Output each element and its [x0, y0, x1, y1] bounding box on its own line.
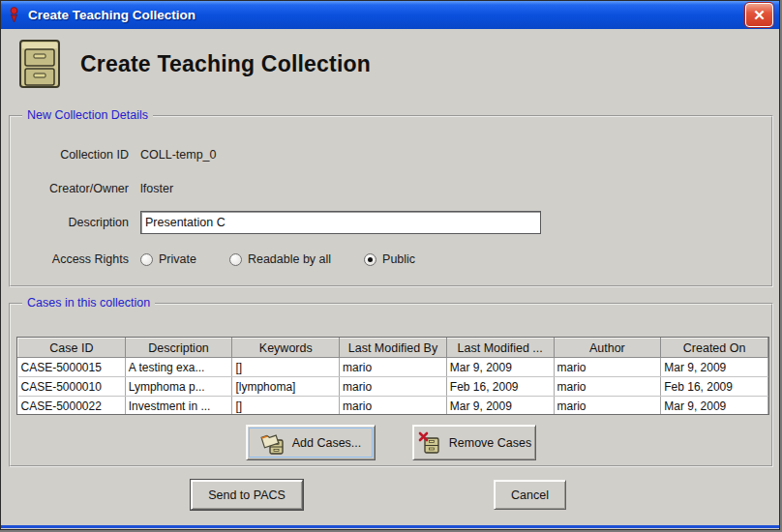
close-icon: ✕	[753, 7, 766, 24]
access-rights-label: Access Rights	[20, 252, 129, 266]
table-cell: Feb 16, 2009	[661, 377, 768, 397]
table-cell: Mar 9, 2009	[661, 397, 768, 416]
radio-circle-icon	[229, 253, 242, 266]
table-row[interactable]: CASE-5000022Investment in ...[]marioMar …	[18, 397, 768, 416]
file-cabinet-icon	[16, 37, 63, 91]
table-cell: []	[232, 397, 340, 416]
cases-table-head-row: Case IDDescriptionKeywordsLast Modified …	[18, 339, 768, 358]
radio-circle-icon	[140, 253, 153, 266]
group-title-details: New Collection Details	[22, 108, 153, 122]
send-to-pacs-button[interactable]: Send to PACS	[191, 480, 303, 510]
cancel-label: Cancel	[511, 488, 549, 502]
window-bottom-border	[1, 525, 779, 528]
table-cell: [lymphoma]	[232, 377, 340, 397]
add-cases-label: Add Cases...	[292, 436, 362, 450]
close-button[interactable]: ✕	[745, 3, 773, 27]
title-bar[interactable]: Create Teaching Collection ✕	[1, 1, 779, 29]
collection-id-value: COLL-temp_0	[140, 148, 217, 162]
access-rights-radios: Private Readable by all Public	[140, 252, 448, 266]
creator-owner-value: lfoster	[140, 182, 173, 195]
window-title: Create Teaching Collection	[28, 8, 745, 22]
add-cases-button[interactable]: Add Cases...	[246, 425, 376, 460]
description-row: Description	[20, 212, 541, 233]
table-cell: Feb 16, 2009	[446, 377, 554, 397]
remove-cases-icon	[417, 430, 442, 456]
dialog-header: Create Teaching Collection	[1, 29, 779, 99]
new-collection-details-group: New Collection Details Collection ID COL…	[9, 115, 773, 287]
page-title: Create Teaching Collection	[80, 51, 371, 77]
cases-table: Case IDDescriptionKeywordsLast Modified …	[16, 337, 769, 415]
radio-public-label: Public	[382, 252, 415, 266]
table-cell: mario	[340, 358, 447, 377]
column-header[interactable]: Created On	[661, 339, 768, 358]
create-teaching-collection-dialog: Create Teaching Collection ✕ Create Teac…	[0, 0, 780, 530]
table-cell: A testing exa...	[125, 358, 232, 377]
send-to-pacs-label: Send to PACS	[208, 488, 286, 502]
collection-id-label: Collection ID	[20, 148, 129, 162]
table-cell: mario	[340, 397, 447, 416]
table-cell: []	[232, 358, 340, 377]
column-header[interactable]: Keywords	[232, 339, 340, 358]
description-input[interactable]	[140, 211, 541, 234]
table-cell: Mar 9, 2009	[446, 358, 554, 377]
creator-owner-label: Creator/Owner	[20, 182, 129, 195]
column-header[interactable]: Last Modified ...	[446, 339, 554, 358]
add-cases-icon	[260, 430, 286, 456]
radio-private-label: Private	[159, 252, 196, 266]
table-cell: mario	[554, 377, 661, 397]
column-header[interactable]: Last Modified By	[340, 339, 447, 358]
table-cell: mario	[554, 358, 661, 377]
radio-circle-icon	[364, 253, 376, 266]
table-cell: CASE-5000022	[18, 397, 126, 416]
radio-private[interactable]: Private	[140, 252, 196, 266]
description-label: Description	[20, 216, 129, 229]
case-buttons-row: Add Cases... Remove Cases	[11, 425, 771, 460]
table-cell: CASE-5000015	[18, 358, 126, 377]
table-cell: Investment in ...	[125, 397, 232, 416]
column-header[interactable]: Description	[125, 339, 232, 358]
access-rights-row: Access Rights Private Readable by all Pu…	[20, 249, 448, 270]
cases-group: Cases in this collection Case IDDescript…	[9, 303, 773, 467]
table-cell: Lymphoma p...	[125, 377, 232, 397]
radio-readable-label: Readable by all	[248, 252, 331, 266]
table-row[interactable]: CASE-5000015A testing exa...[]marioMar 9…	[18, 358, 768, 377]
column-header[interactable]: Case ID	[18, 339, 126, 358]
cancel-button[interactable]: Cancel	[494, 480, 566, 510]
column-header[interactable]: Author	[554, 339, 661, 358]
table-row[interactable]: CASE-5000010Lymphoma p...[lymphoma]mario…	[18, 377, 768, 397]
collection-id-row: Collection ID COLL-temp_0	[20, 144, 217, 165]
radio-public[interactable]: Public	[364, 252, 415, 266]
table-cell: CASE-5000010	[18, 377, 126, 397]
table-cell: Mar 9, 2009	[661, 358, 768, 377]
creator-owner-row: Creator/Owner lfoster	[20, 178, 173, 199]
table-cell: mario	[340, 377, 447, 397]
table-cell: Mar 9, 2009	[446, 397, 554, 416]
app-icon	[7, 7, 21, 23]
remove-cases-button[interactable]: Remove Cases	[412, 425, 536, 460]
table-cell: mario	[554, 397, 661, 416]
group-title-cases: Cases in this collection	[22, 296, 155, 310]
radio-readable-by-all[interactable]: Readable by all	[229, 252, 331, 266]
remove-cases-label: Remove Cases	[449, 436, 531, 450]
